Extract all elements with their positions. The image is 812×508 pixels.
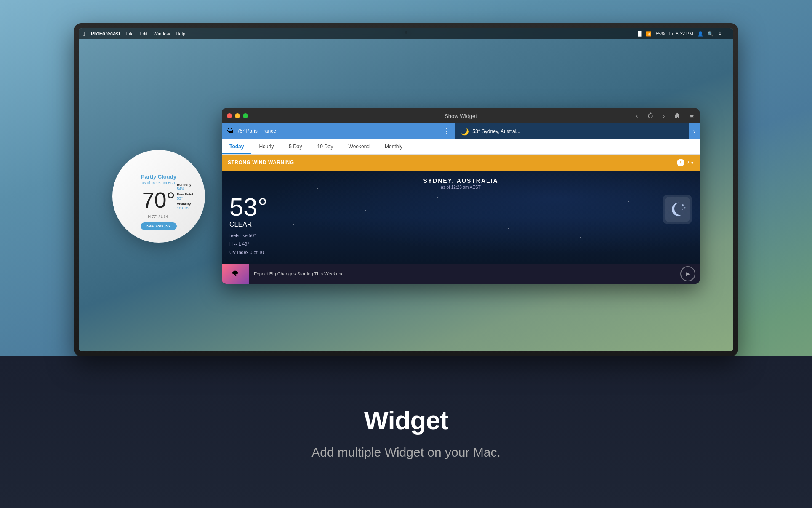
battery-percentage: 85% <box>656 31 665 36</box>
round-widget-condition: Partly Cloudy <box>141 174 176 180</box>
paris-tab-more[interactable]: ⋮ <box>443 127 450 135</box>
humidity-value: 54% <box>177 186 193 190</box>
location-tabs: 🌤 75° Paris, France ⋮ 🌙 53° Sydney, Aust… <box>222 123 700 139</box>
warning-chevron-icon: ▾ <box>691 160 694 166</box>
menu-items: File Edit Window Help <box>126 31 185 36</box>
round-widget-stats: Humidity 54% Dew Point 53° Visibility 10… <box>177 182 193 210</box>
close-button[interactable] <box>227 113 232 118</box>
sydney-tab-label: 53° Sydney, Austral... <box>472 128 520 134</box>
bottom-section: Widget Add multiple Widget on your Mac. <box>0 356 812 508</box>
news-play-button[interactable]: ▶ <box>680 266 695 281</box>
paris-weather-icon: 🌤 <box>227 127 234 135</box>
svg-point-2 <box>684 207 686 209</box>
dew-point-label: Dew Point <box>177 192 193 196</box>
round-widget-time: as of 10:05 am EDT <box>141 181 176 185</box>
weather-window: Show Widget ‹ › <box>222 108 700 283</box>
window-title: Show Widget <box>445 113 477 119</box>
main-temp-info: 53° CLEAR feels like 50° H -- L 49° UV I… <box>229 195 268 257</box>
news-strip: 🌪 Expect Big Changes Starting This Weeke… <box>222 264 700 284</box>
high-low: H 77° / L 64° <box>148 214 170 219</box>
macbook-frame:  ProForecast File Edit Window Help ▉ 📶 … <box>74 23 738 356</box>
tab-10day[interactable]: 10 Day <box>310 139 341 154</box>
window-titlebar: Show Widget ‹ › <box>222 108 700 123</box>
menu-edit[interactable]: Edit <box>140 31 148 36</box>
svg-point-1 <box>682 204 684 206</box>
page-subtitle: Add multiple Widget on your Mac. <box>311 445 501 460</box>
svg-point-3 <box>682 209 683 210</box>
round-weather-widget[interactable]: Partly Cloudy as of 10:05 am EDT 70° Hum… <box>112 150 205 243</box>
menu-bar:  ProForecast File Edit Window Help ▉ 📶 … <box>79 28 733 39</box>
control-center-icon[interactable]: ≡ <box>727 31 729 36</box>
humidity-label: Humidity <box>177 182 193 186</box>
tab-weekend[interactable]: Weekend <box>341 139 377 154</box>
tab-today[interactable]: Today <box>222 139 251 154</box>
page-title: Widget <box>364 405 448 435</box>
news-thumbnail: 🌪 <box>222 264 249 284</box>
weather-as-of: as of 12:23 am AEST <box>229 185 692 190</box>
menu-help[interactable]: Help <box>176 31 186 36</box>
current-condition: CLEAR <box>229 221 268 228</box>
round-widget-temperature: 70° <box>142 187 176 213</box>
nav-tabs: Today Hourly 5 Day 10 Day Weekend <box>222 139 700 155</box>
location-tab-sydney[interactable]: 🌙 53° Sydney, Austral... <box>455 123 689 139</box>
search-icon[interactable]: 🔍 <box>708 31 713 37</box>
weather-icon-large <box>663 195 692 224</box>
app-name: ProForecast <box>91 31 120 37</box>
menu-file[interactable]: File <box>126 31 134 36</box>
high-low-sydney: H -- L 49° <box>229 240 268 249</box>
tab-hourly[interactable]: Hourly <box>251 139 281 154</box>
user-icon: 👤 <box>698 31 703 37</box>
main-temp-row: 53° CLEAR feels like 50° H -- L 49° UV I… <box>229 195 692 257</box>
maximize-button[interactable] <box>243 113 248 118</box>
battery-icon: ▉ <box>638 31 642 37</box>
clock: Fri 8:32 PM <box>669 31 693 36</box>
weather-details: feels like 50° H -- L 49° UV Index 0 of … <box>229 232 268 257</box>
widgets-area: Partly Cloudy as of 10:05 am EDT 70° Hum… <box>112 49 700 343</box>
news-text: Expect Big Changes Starting This Weekend <box>249 271 680 276</box>
warning-badge: ! 2 ▾ <box>677 159 694 166</box>
warning-count: 2 <box>687 160 689 165</box>
menu-bar-right: ▉ 📶 85% Fri 8:32 PM 👤 🔍 🎙 ≡ <box>638 31 729 37</box>
visibility-value: 10.0 mi <box>177 206 193 210</box>
warning-text: STRONG WIND WARNING <box>228 160 294 166</box>
back-button[interactable]: ‹ <box>633 112 641 120</box>
forward-button[interactable]: › <box>660 112 668 120</box>
sydney-weather-icon: 🌙 <box>461 128 469 136</box>
wifi-icon: 📶 <box>646 31 652 37</box>
refresh-button[interactable] <box>647 112 654 120</box>
home-button[interactable] <box>674 112 681 120</box>
feels-like: feels like 50° <box>229 232 268 240</box>
macbook-screen:  ProForecast File Edit Window Help ▉ 📶 … <box>79 28 733 351</box>
siri-icon[interactable]: 🎙 <box>718 31 722 36</box>
warning-icon: ! <box>677 159 684 166</box>
menu-window[interactable]: Window <box>153 31 170 36</box>
menu-bar-left:  ProForecast File Edit Window Help <box>83 31 185 37</box>
tab-next-arrow[interactable]: › <box>689 128 700 135</box>
visibility-label: Visibility <box>177 202 193 206</box>
dew-point-value: 53° <box>177 196 193 200</box>
traffic-lights <box>227 113 248 118</box>
tab-5day[interactable]: 5 Day <box>281 139 309 154</box>
apple-logo-icon:  <box>83 31 85 37</box>
paris-tab-label: 75° Paris, France <box>237 128 276 134</box>
minimize-button[interactable] <box>235 113 240 118</box>
location-tab-paris[interactable]: 🌤 75° Paris, France ⋮ <box>222 123 455 139</box>
tab-monthly[interactable]: Monthly <box>377 139 410 154</box>
warning-banner[interactable]: STRONG WIND WARNING ! 2 ▾ <box>222 155 700 171</box>
city-name: SYDNEY, AUSTRALIA <box>229 177 692 184</box>
window-controls: ‹ › <box>633 112 695 120</box>
current-temperature: 53° <box>229 195 268 220</box>
settings-button[interactable] <box>687 112 695 120</box>
round-widget-location[interactable]: New York, NY <box>141 222 177 230</box>
weather-content: SYDNEY, AUSTRALIA as of 12:23 am AEST 53… <box>222 171 700 263</box>
uv-index: UV Index 0 of 10 <box>229 249 268 257</box>
svg-rect-0 <box>665 197 690 222</box>
